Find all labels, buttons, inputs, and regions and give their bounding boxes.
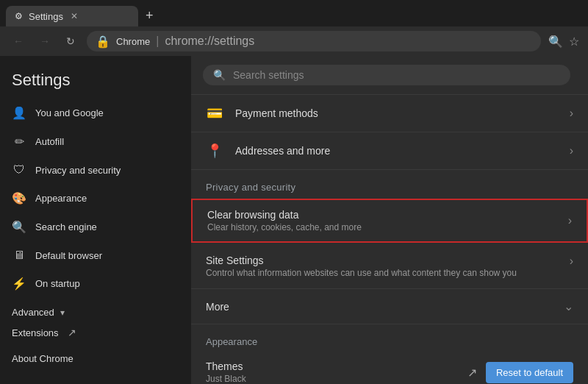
sidebar-item-autofill[interactable]: ✏ Autofill [0, 127, 185, 156]
appearance-section-header: Appearance [191, 324, 588, 352]
site-settings-text: Site Settings Control what information w… [206, 255, 558, 278]
payment-methods-row[interactable]: 💳 Payment methods › [191, 95, 588, 132]
lock-icon: 🔒 [96, 35, 110, 49]
sidebar-label-appearance: Appearance [35, 193, 87, 204]
sidebar-label-about-chrome: About Chrome [12, 353, 74, 364]
content-area: 🔍 💳 Payment methods › 📍 Addresses and mo… [191, 56, 588, 384]
sidebar: Settings 👤 You and Google ✏ Autofill 🛡 P… [0, 56, 191, 384]
sidebar-item-you-and-google[interactable]: 👤 You and Google [0, 99, 185, 127]
search-bar: 🔍 [191, 56, 588, 95]
sidebar-label-default-browser: Default browser [35, 250, 102, 261]
advanced-label: Advanced [12, 307, 54, 318]
titlebar: ⚙ Settings ✕ + [0, 0, 588, 26]
sidebar-item-search-engine[interactable]: 🔍 Search engine [0, 213, 185, 241]
address-actions: 🔍 ☆ [548, 35, 579, 49]
tab-title: Settings [29, 11, 63, 22]
sidebar-label-on-startup: On startup [35, 278, 80, 289]
more-arrow-icon: ⌄ [564, 299, 573, 313]
browser-icon: 🖥 [12, 249, 26, 262]
site-settings-arrow-icon: › [570, 255, 573, 268]
reload-button[interactable]: ↻ [62, 32, 79, 50]
themes-title: Themes [206, 360, 456, 372]
sidebar-item-privacy[interactable]: 🛡 Privacy and security [0, 156, 185, 184]
more-label: More [206, 301, 564, 313]
clear-browsing-row[interactable]: Clear browsing data Clear history, cooki… [191, 199, 588, 243]
themes-external-icon[interactable]: ↗ [467, 366, 477, 380]
forward-button[interactable]: → [35, 32, 54, 50]
tab-bar: ⚙ Settings ✕ + [6, 0, 582, 26]
extensions-external-icon: ↗ [68, 327, 76, 338]
search-icon: 🔍 [12, 220, 26, 234]
addresses-arrow-icon: › [570, 144, 573, 157]
shield-icon: 🛡 [12, 163, 26, 177]
site-settings-row[interactable]: Site Settings Control what information w… [191, 244, 588, 289]
clear-browsing-subtitle: Clear history, cookies, cache, and more [207, 222, 556, 232]
privacy-section-header: Privacy and security [191, 170, 588, 197]
sidebar-label-autofill: Autofill [35, 136, 64, 147]
url-path: chrome://settings [165, 35, 254, 48]
search-input-wrap[interactable]: 🔍 [203, 65, 570, 85]
url-site: Chrome [116, 36, 150, 47]
more-row[interactable]: More ⌄ [191, 289, 588, 324]
sidebar-title: Settings [0, 68, 191, 99]
themes-row[interactable]: Themes Just Black ↗ Reset to default [191, 352, 588, 384]
sidebar-item-extensions[interactable]: Extensions ↗ [0, 321, 185, 346]
sidebar-item-on-startup[interactable]: ⚡ On startup [0, 269, 185, 298]
page-search-icon[interactable]: 🔍 [548, 35, 563, 49]
search-icon: 🔍 [213, 69, 226, 81]
clear-browsing-arrow-icon: › [568, 214, 572, 227]
search-input[interactable] [233, 69, 560, 81]
sidebar-label-privacy: Privacy and security [35, 165, 121, 176]
site-settings-title: Site Settings [206, 255, 558, 266]
sidebar-label-search-engine: Search engine [35, 221, 97, 232]
startup-icon: ⚡ [12, 277, 26, 291]
addresses-title: Addresses and more [235, 145, 558, 157]
sidebar-item-default-browser[interactable]: 🖥 Default browser [0, 241, 185, 269]
reset-to-default-button[interactable]: Reset to default [486, 362, 573, 383]
bookmark-icon[interactable]: ☆ [569, 35, 579, 49]
clear-browsing-title: Clear browsing data [207, 209, 556, 221]
sidebar-advanced-section[interactable]: Advanced ▾ [0, 298, 191, 321]
addresses-row[interactable]: 📍 Addresses and more › [191, 132, 588, 170]
appearance-icon: 🎨 [12, 191, 26, 205]
sidebar-label-you-and-google: You and Google [35, 107, 104, 118]
site-settings-subtitle: Control what information websites can us… [206, 268, 558, 278]
clear-browsing-text: Clear browsing data Clear history, cooki… [207, 209, 556, 232]
content-body: 💳 Payment methods › 📍 Addresses and more… [191, 95, 588, 384]
location-icon: 📍 [206, 143, 223, 159]
tab-close-button[interactable]: ✕ [69, 10, 79, 23]
payment-methods-title: Payment methods [235, 107, 558, 119]
sidebar-label-extensions: Extensions [12, 327, 59, 338]
addresses-text: Addresses and more [235, 145, 558, 157]
sidebar-item-about-chrome[interactable]: About Chrome [0, 346, 185, 371]
new-tab-button[interactable]: + [140, 5, 159, 26]
sidebar-item-appearance[interactable]: 🎨 Appearance [0, 184, 185, 213]
url-divider: | [156, 35, 159, 48]
active-tab[interactable]: ⚙ Settings ✕ [6, 6, 138, 26]
themes-text: Themes Just Black [206, 360, 456, 384]
back-button[interactable]: ← [9, 32, 28, 50]
tab-favicon: ⚙ [15, 11, 23, 21]
address-bar: ← → ↻ 🔒 Chrome | chrome://settings 🔍 ☆ [0, 26, 588, 56]
payment-arrow-icon: › [570, 107, 573, 120]
url-bar[interactable]: 🔒 Chrome | chrome://settings [87, 31, 541, 51]
themes-actions: ↗ Reset to default [467, 362, 573, 383]
payment-icon: 💳 [206, 105, 223, 121]
themes-subtitle: Just Black [206, 374, 456, 384]
payment-methods-text: Payment methods [235, 107, 558, 119]
person-icon: 👤 [12, 106, 26, 120]
advanced-arrow: ▾ [60, 307, 65, 318]
autofill-icon: ✏ [12, 135, 26, 149]
main-layout: Settings 👤 You and Google ✏ Autofill 🛡 P… [0, 56, 588, 384]
